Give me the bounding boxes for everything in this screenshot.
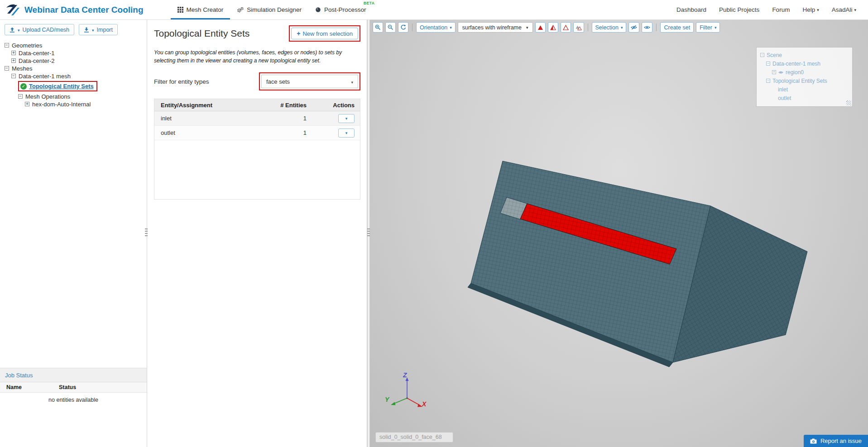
- show-outline-faces-button[interactable]: [561, 22, 571, 33]
- row-actions-dropdown[interactable]: [338, 128, 355, 138]
- tree-label: Topological Entity Sets: [29, 83, 94, 90]
- grid-icon: [177, 7, 183, 13]
- tab-post-processor[interactable]: Post-Processor BETA: [308, 0, 373, 19]
- collapse-icon[interactable]: [11, 74, 16, 78]
- axis-y-label: Y: [385, 396, 389, 403]
- nav-help-menu[interactable]: Help: [802, 6, 819, 13]
- tree-item-mesh-operations[interactable]: Mesh Operations: [4, 93, 143, 100]
- tab-label: Post-Processor: [324, 6, 366, 13]
- caret-down-icon: [18, 27, 20, 33]
- eye-icon: [644, 25, 650, 30]
- button-label: Create set: [664, 24, 690, 31]
- entity-name: inlet: [154, 115, 259, 122]
- scene-label: region0: [786, 69, 804, 76]
- collapse-icon[interactable]: [760, 53, 764, 57]
- project-sidebar: Upload CAD/mesh Import Geometries Data-c…: [0, 20, 147, 447]
- tree-item-data-center-1-mesh[interactable]: Data-center-1 mesh: [4, 72, 143, 80]
- tree-item-geometries[interactable]: Geometries: [4, 42, 143, 49]
- upload-cad-mesh-button[interactable]: Upload CAD/mesh: [5, 24, 74, 35]
- scene-tree-item-topo-sets[interactable]: Topological Entity Sets: [760, 76, 849, 85]
- collapse-icon[interactable]: [5, 43, 9, 48]
- import-label: Import: [97, 27, 113, 33]
- nav-dashboard[interactable]: Dashboard: [676, 6, 706, 13]
- entity-count: 1: [259, 115, 307, 122]
- entity-count: 1: [259, 129, 307, 136]
- expand-icon[interactable]: [11, 58, 16, 63]
- collapse-icon[interactable]: [766, 79, 770, 83]
- zoom-in-icon: [375, 24, 381, 30]
- gears-icon: [237, 7, 244, 13]
- viewer-toolbar: Orientation surfaces with wireframe: [373, 22, 720, 33]
- orientation-button[interactable]: Orientation: [416, 22, 456, 33]
- zoom-fit-button[interactable]: [385, 22, 396, 33]
- panel-description: You can group topological entities (volu…: [154, 48, 361, 65]
- report-issue-button[interactable]: Report an issue: [804, 435, 868, 447]
- scene-tree-overlay: Scene Data-center-1 mesh region0 Topolog…: [756, 47, 853, 107]
- collapse-icon[interactable]: [18, 94, 23, 99]
- render-mode-select[interactable]: surfaces with wireframe: [458, 22, 533, 33]
- tree-item-data-center-1[interactable]: Data-center-1: [4, 49, 143, 57]
- app-title: Webinar Data Center Cooling: [24, 5, 144, 15]
- scene-tree-item-scene[interactable]: Scene: [760, 51, 849, 59]
- select-value: surfaces with wireframe: [462, 24, 522, 31]
- triangle-half-icon: [550, 25, 556, 30]
- hide-selection-button[interactable]: [628, 22, 639, 33]
- viewer-3d: Orientation surfaces with wireframe: [370, 20, 868, 447]
- scene-label: inlet: [778, 86, 788, 93]
- scene-label: Scene: [767, 52, 782, 58]
- show-all-button[interactable]: [642, 22, 652, 33]
- nav-public-projects[interactable]: Public Projects: [719, 6, 759, 13]
- tree-label: Geometries: [12, 42, 42, 49]
- collapse-icon[interactable]: [5, 66, 9, 71]
- caret-down-icon: [92, 27, 94, 33]
- table-row-outlet[interactable]: outlet 1: [154, 126, 360, 140]
- tab-simulation-designer[interactable]: Simulation Designer: [230, 0, 308, 19]
- show-mesh-quality-button[interactable]: [573, 22, 584, 33]
- app-logo: [5, 3, 20, 17]
- column-actions: Actions: [307, 102, 360, 109]
- show-bad-faces-button[interactable]: [535, 22, 546, 33]
- row-actions-dropdown[interactable]: [338, 114, 355, 123]
- beta-badge: BETA: [364, 1, 375, 5]
- create-set-button[interactable]: Create set: [660, 22, 694, 33]
- eye-slash-icon: [631, 25, 637, 30]
- tree-item-meshes[interactable]: Meshes: [4, 65, 143, 72]
- tab-mesh-creator[interactable]: Mesh Creator: [171, 0, 230, 19]
- tree-item-data-center-2[interactable]: Data-center-2: [4, 57, 143, 64]
- resize-handle-icon[interactable]: [846, 100, 851, 105]
- annotation-box: face sets: [259, 72, 360, 90]
- selected-entity-input[interactable]: solid_0_solid_0_face_68: [375, 432, 453, 442]
- scene-tree-item-outlet[interactable]: outlet: [760, 94, 849, 102]
- scene-tree-item-region0[interactable]: region0: [760, 68, 849, 76]
- tree-item-topological-entity-sets[interactable]: Topological Entity Sets: [4, 80, 143, 92]
- nav-user-menu[interactable]: AsadAli: [832, 6, 856, 13]
- tree-item-hex-dom-auto-internal[interactable]: hex-dom-Auto-Internal: [4, 100, 143, 108]
- filter-button[interactable]: Filter: [696, 22, 720, 33]
- expand-icon[interactable]: [25, 102, 29, 106]
- refresh-view-button[interactable]: [398, 22, 408, 33]
- column-num-entities: # Entities: [259, 102, 307, 109]
- report-label: Report an issue: [820, 437, 862, 444]
- import-button[interactable]: Import: [79, 24, 118, 35]
- eye-icon[interactable]: [778, 71, 783, 74]
- sidebar-splitter-grip[interactable]: [145, 228, 148, 238]
- table-row-inlet[interactable]: inlet 1: [154, 111, 360, 126]
- selection-button[interactable]: Selection: [592, 22, 627, 33]
- entity-type-select[interactable]: face sets: [261, 75, 358, 88]
- project-tree: Geometries Data-center-1 Data-center-2 M…: [0, 38, 147, 108]
- toolbar-separator: [412, 24, 412, 31]
- zoom-in-button[interactable]: [373, 22, 383, 33]
- scene-tree-item-inlet[interactable]: inlet: [760, 85, 849, 94]
- nav-forum[interactable]: Forum: [772, 6, 790, 13]
- scene-tree-item-mesh[interactable]: Data-center-1 mesh: [760, 59, 849, 68]
- tab-label: Mesh Creator: [187, 6, 224, 13]
- show-half-faces-button[interactable]: [548, 22, 558, 33]
- job-status-panel: Job Status Name Status no entities avail…: [0, 368, 147, 447]
- new-from-selection-button[interactable]: New from selection: [291, 28, 358, 39]
- button-label: Orientation: [420, 24, 447, 31]
- expand-icon[interactable]: [772, 70, 776, 74]
- expand-icon[interactable]: [11, 51, 16, 55]
- collapse-icon[interactable]: [766, 62, 770, 66]
- check-icon: [20, 83, 27, 90]
- select-value: face sets: [266, 78, 290, 85]
